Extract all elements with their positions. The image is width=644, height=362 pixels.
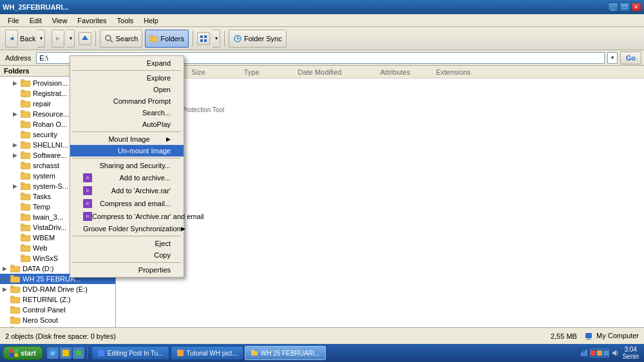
svg-rect-43 — [21, 234, 24, 236]
quick-launch-icon-2[interactable] — [60, 347, 71, 359]
windows-logo-icon — [10, 348, 19, 357]
svg-rect-13 — [21, 80, 24, 82]
close-button[interactable]: ✕ — [631, 3, 641, 12]
context-menu-item[interactable]: Un-mount Image — [70, 145, 184, 157]
computer-icon — [585, 332, 592, 340]
context-menu-item[interactable]: RCompress and email... — [70, 197, 184, 210]
maximize-button[interactable]: □ — [620, 3, 630, 12]
ctx-label: Search... — [142, 109, 171, 117]
col-type: Type — [244, 68, 260, 76]
menu-help[interactable]: Help — [138, 15, 164, 26]
taskbar: start e Editing Post In Tu... Tutorial W… — [0, 344, 644, 362]
menu-edit[interactable]: Edit — [24, 15, 47, 26]
menu-favorites[interactable]: Favorites — [72, 15, 111, 26]
tray-clock: 3:04 Senin — [622, 346, 639, 360]
folder-expand-icon[interactable]: ▶ — [13, 80, 21, 86]
context-menu: ExpandExploreOpenCommand PromptSearch...… — [70, 55, 184, 278]
tray-volume-icon[interactable] — [611, 348, 620, 357]
folder-expand-icon[interactable]: ▶ — [13, 183, 21, 189]
forward-button[interactable] — [52, 30, 64, 48]
context-menu-item[interactable]: Expand — [70, 57, 184, 69]
context-menu-item[interactable]: Command Prompt — [70, 95, 184, 107]
folder-label: Web — [33, 244, 47, 252]
quick-launch-icon-3[interactable] — [73, 347, 84, 359]
context-menu-separator — [73, 70, 181, 71]
svg-rect-33 — [21, 183, 24, 185]
menu-tools[interactable]: Tools — [112, 15, 139, 26]
forward-dropdown[interactable]: ▾ — [67, 30, 75, 48]
context-menu-item[interactable]: Properties — [70, 264, 184, 276]
context-menu-item[interactable]: RAdd to archive... — [70, 171, 184, 184]
context-menu-item[interactable]: RAdd to 'Archive.rar' — [70, 184, 184, 197]
svg-rect-28 — [21, 164, 30, 169]
svg-rect-90 — [251, 350, 254, 352]
address-dropdown[interactable]: ▾ — [607, 52, 618, 64]
start-button[interactable]: start — [3, 346, 43, 360]
svg-rect-53 — [10, 286, 14, 288]
file-item[interactable]: ? pb.dll 1.0.0.0 Software Protection Too… — [129, 91, 631, 113]
context-menu-item[interactable]: AutoPlay — [70, 119, 184, 130]
back-button[interactable]: Back ▾ — [3, 30, 48, 48]
svg-rect-16 — [21, 102, 30, 108]
folder-expand-icon[interactable]: ▶ — [13, 152, 21, 158]
context-menu-item[interactable]: Open — [70, 84, 184, 95]
folder-label: srchasst — [33, 162, 59, 169]
folder-label: Software... — [33, 151, 67, 159]
folder-expand-icon[interactable]: ▶ — [3, 276, 10, 282]
folder-sync-button[interactable]: Folder Sync — [229, 30, 287, 48]
folder-label: RETURNIL (Z:) — [23, 296, 71, 303]
ctx-label: Compress and email... — [100, 200, 171, 207]
up-button[interactable] — [79, 32, 91, 45]
back-dropdown[interactable]: ▾ — [37, 30, 45, 48]
back-arrow[interactable] — [5, 30, 18, 48]
svg-rect-86 — [76, 350, 81, 356]
folder-item[interactable]: Shared Documents — [0, 325, 115, 327]
menu-view[interactable]: View — [47, 15, 73, 26]
svg-rect-20 — [21, 122, 30, 128]
folder-label: Tasks — [33, 193, 51, 200]
folder-expand-icon[interactable]: ▶ — [3, 286, 10, 292]
context-menu-item[interactable]: Eject — [70, 238, 184, 249]
tray-group[interactable] — [590, 348, 609, 357]
folder-icon — [21, 192, 31, 201]
svg-rect-34 — [21, 195, 30, 200]
taskbar-item-2[interactable]: Tutorial WH pict... — [171, 346, 243, 360]
taskbar-item-3[interactable]: WH 25 FEBRUARI... — [245, 346, 326, 360]
taskbar-items: Editing Post In Tu... Tutorial WH pict..… — [89, 346, 576, 360]
context-menu-item[interactable]: Search... — [70, 107, 184, 119]
folders-button[interactable]: Folders — [145, 30, 189, 48]
view-button[interactable] — [197, 32, 210, 45]
folder-item[interactable]: RETURNIL (Z:) — [0, 294, 115, 305]
taskbar-label-3: WH 25 FEBRUARI... — [261, 350, 320, 357]
folder-item[interactable]: Nero Scout — [0, 315, 115, 325]
context-menu-item[interactable]: Copy — [70, 249, 184, 261]
folder-expand-icon[interactable]: ▶ — [3, 265, 10, 272]
go-button[interactable]: Go — [620, 52, 641, 64]
svg-rect-23 — [21, 131, 24, 133]
folder-label: system-S... — [33, 182, 68, 190]
search-button[interactable]: Search — [100, 30, 142, 48]
context-menu-item[interactable]: Explore — [70, 72, 184, 84]
svg-rect-96 — [603, 350, 609, 356]
svg-rect-54 — [10, 298, 20, 303]
svg-marker-97 — [612, 350, 616, 356]
minimize-button[interactable]: _ — [608, 3, 618, 12]
view-dropdown[interactable]: ▾ — [213, 30, 220, 48]
folder-icon — [21, 140, 31, 149]
folder-icon — [10, 264, 21, 273]
context-menu-item[interactable]: Groove Folder Synchronization▶ — [70, 223, 184, 234]
context-menu-item[interactable]: Mount Image▶ — [70, 133, 184, 145]
folder-item[interactable]: ▶DVD-RAM Drive (E:) — [0, 284, 115, 294]
folder-expand-icon[interactable]: ▶ — [13, 111, 21, 117]
tray-network-icon[interactable] — [580, 348, 589, 357]
menu-file[interactable]: File — [3, 15, 24, 26]
taskbar-item-1[interactable]: Editing Post In Tu... — [91, 346, 169, 360]
context-menu-item[interactable]: Sharing and Security... — [70, 160, 184, 171]
context-menu-item[interactable]: RCompress to 'Archive.rar' and email — [70, 210, 184, 223]
folder-item[interactable]: Control Panel — [0, 305, 115, 315]
svg-rect-35 — [21, 193, 24, 195]
folder-label: Shared Documents — [23, 327, 83, 327]
folder-expand-icon[interactable]: ▶ — [13, 142, 21, 148]
svg-rect-31 — [21, 173, 24, 175]
quick-launch-icon-1[interactable]: e — [47, 347, 59, 359]
